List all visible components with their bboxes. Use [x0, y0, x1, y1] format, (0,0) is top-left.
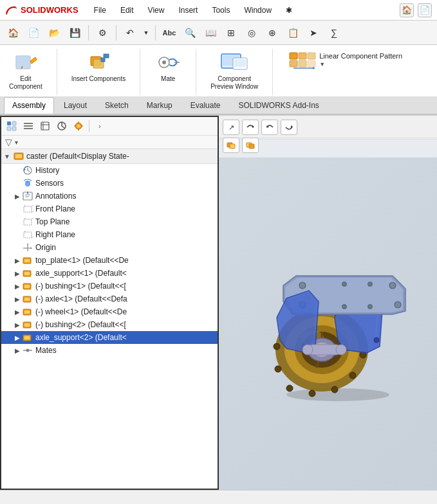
svg-point-45: [26, 183, 29, 185]
tree-item-axle-support-1[interactable]: ▶ axle_support<1> (Default<: [1, 267, 218, 280]
tree-item-annotations[interactable]: ▶ Annotations: [1, 190, 218, 203]
home-button[interactable]: 🏠: [400, 3, 414, 17]
tree-btn-icon1[interactable]: [4, 119, 19, 133]
axle-support-2-expand[interactable]: ▶: [13, 334, 22, 341]
magnify-btn[interactable]: 🔍: [181, 24, 199, 42]
tree-item-bushing-1[interactable]: ▶ (-) bushing<1> (Default<<[: [1, 280, 218, 292]
tab-markup[interactable]: Markup: [138, 97, 181, 114]
tree-item-front-plane[interactable]: Front Plane: [1, 203, 218, 215]
view-btn-rotate2[interactable]: [261, 120, 278, 135]
view-btn-rotate1[interactable]: [242, 120, 259, 135]
tree-item-origin[interactable]: Origin: [1, 241, 218, 254]
undo-tb-btn[interactable]: ↶: [121, 24, 139, 42]
tree-item-history[interactable]: History: [1, 164, 218, 177]
copy-btn[interactable]: ⊕: [263, 24, 281, 42]
tree-item-top-plate[interactable]: ▶ top_plate<1> (Default<<De: [1, 254, 218, 267]
arrow-btn[interactable]: ➤: [304, 24, 322, 42]
new-tb-btn[interactable]: 📄: [24, 24, 42, 42]
abc-btn[interactable]: Abc: [160, 24, 178, 42]
svg-marker-5: [101, 54, 109, 62]
tree-item-axle-support-2[interactable]: ▶ axle_support<2> (Default<: [1, 331, 218, 344]
bushing-1-expand[interactable]: ▶: [13, 283, 22, 290]
component-preview-btn[interactable]: ComponentPreview Window: [207, 49, 262, 93]
title-controls: 🏠 📄: [400, 3, 432, 17]
top-plate-expand[interactable]: ▶: [13, 257, 22, 264]
tree-root-item[interactable]: ▼ caster (Default<Display State-: [1, 149, 218, 164]
linear-component-pattern-btn[interactable]: Linear Component Pattern ▼: [283, 49, 406, 80]
undo-dropdown[interactable]: ▼: [142, 24, 151, 42]
tree-expand-btn[interactable]: ›: [92, 119, 107, 133]
mate-btn[interactable]: Mate: [151, 49, 185, 84]
menu-tools[interactable]: Tools: [209, 4, 232, 16]
save-tb-btn[interactable]: 💾: [66, 24, 84, 42]
svg-rect-13: [290, 53, 297, 59]
tree-item-axle-1[interactable]: ▶ (-) axle<1> (Default<<Defa: [1, 292, 218, 305]
annotations-label: Annotations: [35, 192, 215, 201]
home-tb-btn[interactable]: 🏠: [4, 24, 22, 42]
view-btn-comp1[interactable]: [223, 138, 239, 153]
ribbon-group-edit: EditComponent: [5, 49, 57, 95]
tree-item-wheel-1[interactable]: ▶ (-) wheel<1> (Default<<De: [1, 305, 218, 318]
tree-btn-icon2[interactable]: [21, 119, 36, 133]
new-button[interactable]: 📄: [418, 3, 432, 17]
svg-point-98: [275, 366, 281, 372]
ribbon-toolbar: EditComponent Insert Components: [0, 45, 437, 97]
tab-evaluate[interactable]: Evaluate: [182, 97, 229, 114]
tree-item-mates[interactable]: ▶ Mates: [1, 344, 218, 357]
tree-btn-icon5[interactable]: [71, 119, 86, 133]
tree-item-right-plane[interactable]: Right Plane: [1, 228, 218, 241]
svg-point-120: [336, 345, 346, 355]
tab-addins[interactable]: SOLIDWORKS Add-Ins: [230, 97, 327, 114]
lcp-dropdown-arrow[interactable]: ▼: [319, 61, 402, 68]
open-tb-btn[interactable]: 📂: [45, 24, 63, 42]
svg-point-117: [367, 304, 372, 309]
mates-label: Mates: [35, 346, 215, 355]
circle-btn[interactable]: ◎: [243, 24, 261, 42]
tree-btn-icon3[interactable]: [37, 119, 53, 133]
view-btn-rotate3[interactable]: [281, 120, 297, 135]
tree-content: ▼ caster (Default<Display State- Histor: [1, 149, 218, 489]
filter-dropdown[interactable]: ▾: [15, 139, 18, 146]
insert-components-btn[interactable]: Insert Components: [68, 49, 130, 84]
spell-btn[interactable]: 📖: [201, 24, 219, 42]
menu-view[interactable]: View: [145, 4, 167, 16]
tab-sketch[interactable]: Sketch: [97, 97, 137, 114]
tree-item-top-plane[interactable]: Top Plane: [1, 215, 218, 228]
root-expand[interactable]: ▼: [4, 153, 13, 160]
tree-item-bushing-2[interactable]: ▶ (-) bushing<2> (Default<<[: [1, 318, 218, 331]
tree-item-sensors[interactable]: Sensors: [1, 177, 218, 190]
extra-btn[interactable]: ∑: [325, 24, 343, 42]
wheel-1-expand[interactable]: ▶: [13, 309, 22, 316]
edit-component-btn[interactable]: EditComponent: [5, 49, 46, 93]
menu-file[interactable]: File: [91, 4, 109, 16]
viewport-3d[interactable]: [219, 158, 437, 490]
svg-rect-0: [16, 56, 30, 69]
top-plane-label: Top Plane: [35, 217, 215, 226]
main-area: › ▽ ▾ ▼ caster (Default<Display State-: [0, 116, 437, 490]
axle-support-1-expand[interactable]: ▶: [13, 270, 22, 277]
annotations-expand[interactable]: ▶: [13, 193, 22, 200]
bushing-2-expand[interactable]: ▶: [13, 321, 22, 328]
menu-extra[interactable]: ✱: [283, 4, 295, 16]
view-btn-perspective[interactable]: ↗: [223, 120, 239, 135]
svg-rect-14: [299, 53, 306, 59]
grid-btn[interactable]: ⊞: [222, 24, 240, 42]
svg-point-101: [331, 386, 338, 393]
menu-edit[interactable]: Edit: [118, 4, 136, 16]
view-btn-comp2[interactable]: [242, 138, 259, 153]
svg-point-119: [302, 345, 313, 355]
tab-assembly[interactable]: Assembly: [4, 97, 54, 114]
viewport-panel: ↗: [219, 116, 437, 490]
top-plate-label: top_plate<1> (Default<<De: [35, 256, 215, 265]
clipboard-btn[interactable]: 📋: [284, 24, 302, 42]
axle-support-1-label: axle_support<1> (Default<: [35, 269, 215, 278]
menu-insert[interactable]: Insert: [176, 4, 200, 16]
tab-layout[interactable]: Layout: [55, 97, 95, 114]
svg-rect-65: [24, 259, 30, 262]
menu-window[interactable]: Window: [241, 4, 274, 16]
tree-btn-icon4[interactable]: [54, 119, 70, 133]
settings-tb-btn[interactable]: ⚙: [93, 24, 111, 42]
filter-icon: ▽: [5, 137, 12, 147]
axle-1-expand[interactable]: ▶: [13, 296, 22, 303]
mates-expand[interactable]: ▶: [13, 347, 22, 354]
